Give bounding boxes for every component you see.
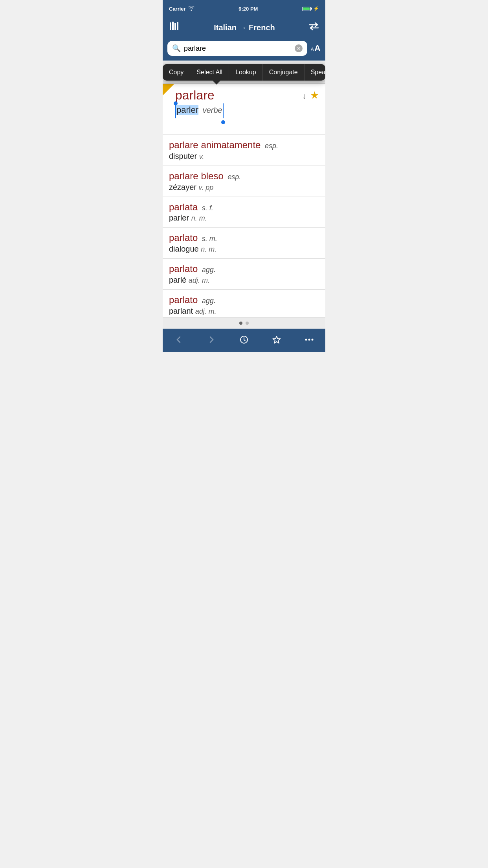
selected-word-parler: parler [175, 105, 198, 115]
page-dot-2[interactable] [246, 322, 249, 325]
svg-rect-1 [172, 22, 174, 30]
trans-type-6: adj. m. [195, 307, 216, 315]
handle-bottom [221, 120, 225, 124]
gold-corner-star [163, 84, 174, 96]
svg-rect-3 [177, 22, 178, 30]
word-parlata: parlata [169, 202, 198, 212]
context-menu-inner: Copy Select All Lookup Conjugate Speak [163, 64, 325, 81]
entry-word-line-4: parlato s. m. [169, 232, 319, 244]
entry-parlata[interactable]: parlata s. f. parler n. m. [163, 197, 325, 228]
translation-parlant: parlant adj. m. [169, 307, 319, 316]
svg-point-6 [305, 338, 307, 340]
font-small-label: A [310, 46, 314, 52]
type-sf: s. f. [202, 204, 213, 212]
trans-type-5: adj. m. [189, 276, 210, 284]
entry-parlare-head: parlare ↓ ★ [169, 88, 319, 103]
trans-type-4: n. m. [201, 245, 216, 253]
translation-parler: parler n. m. [169, 213, 319, 223]
entry-word-line-6: parlato agg. [169, 294, 319, 306]
trans-word-3: parler [169, 213, 189, 222]
svg-point-8 [311, 338, 313, 340]
nav-favorites-button[interactable] [267, 333, 286, 347]
svg-point-7 [308, 338, 310, 340]
nav-history-button[interactable] [234, 333, 254, 347]
wifi-icon [188, 6, 194, 12]
app-logo-icon[interactable] [169, 21, 180, 35]
nav-forward-button[interactable] [202, 333, 221, 347]
entry-word-line-3: parlata s. f. [169, 202, 319, 213]
context-menu-copy[interactable]: Copy [163, 64, 190, 81]
nav-more-button[interactable] [299, 333, 319, 347]
search-input[interactable] [184, 44, 292, 53]
entry-parlare-animatamente[interactable]: parlare animatamente esp. disputer v. [163, 135, 325, 166]
type-sm-1: s. m. [202, 235, 217, 243]
search-bar: 🔍 ✕ A A [163, 38, 325, 61]
word-parlare-bleso: parlare bleso [169, 171, 224, 181]
trans-word-5: parlé [169, 276, 186, 284]
font-size-button[interactable]: A A [310, 43, 321, 53]
nav-bar: Italian → French [163, 17, 325, 38]
type-agg-2: agg. [202, 297, 216, 305]
nav-back-button[interactable] [169, 333, 189, 347]
svg-rect-2 [174, 23, 176, 30]
page-indicator [163, 318, 325, 329]
trans-word-4: dialogue [169, 245, 199, 253]
entry-translation-area: parler verbe [175, 105, 222, 115]
trans-type-2: v. pp [199, 184, 214, 191]
entry-word-parlare: parlare [175, 88, 215, 103]
svg-marker-5 [273, 336, 280, 343]
context-menu-lookup[interactable]: Lookup [229, 64, 263, 81]
status-left: Carrier [169, 6, 194, 12]
time-label: 9:20 PM [238, 6, 258, 12]
type-agg-1: agg. [202, 266, 216, 274]
entry-word-line-2: parlare bleso esp. [169, 171, 319, 182]
page-dot-1[interactable] [239, 322, 242, 325]
cursor-right [223, 103, 224, 118]
word-parlato-3: parlato [169, 294, 198, 305]
trans-word-1: disputer [169, 152, 197, 160]
search-input-wrap[interactable]: 🔍 ✕ [167, 41, 307, 56]
status-right: ⚡ [302, 6, 319, 11]
translation-disputer: disputer v. [169, 152, 319, 161]
swap-icon[interactable] [309, 22, 319, 33]
favorite-star-icon[interactable]: ★ [310, 89, 319, 101]
font-large-label: A [314, 43, 321, 53]
trans-word-6: parlant [169, 307, 193, 315]
cursor-left [175, 103, 176, 118]
status-bar: Carrier 9:20 PM ⚡ [163, 0, 325, 17]
context-menu-conjugate[interactable]: Conjugate [263, 64, 305, 81]
trans-type-3: n. m. [191, 214, 207, 222]
entries-list: Copy Select All Lookup Conjugate Speak p… [163, 84, 325, 318]
download-icon[interactable]: ↓ [302, 92, 306, 101]
entry-word-line-5: parlato agg. [169, 263, 319, 275]
entry-word-line: parlare animatamente esp. [169, 140, 319, 151]
entry-parlato-2[interactable]: parlato agg. parlé adj. m. [163, 259, 325, 290]
context-menu-select-all[interactable]: Select All [190, 64, 229, 81]
entry-parlato-3[interactable]: parlato agg. parlant adj. m. [163, 290, 325, 318]
type-esp-2: esp. [227, 173, 241, 181]
translation-zezayer: zézayer v. pp [169, 183, 319, 192]
clear-button[interactable]: ✕ [295, 44, 303, 52]
translation-dialogue: dialogue n. m. [169, 245, 319, 254]
entry-parlare-bleso[interactable]: parlare bleso esp. zézayer v. pp [163, 166, 325, 197]
context-menu-speak[interactable]: Speak [305, 64, 325, 81]
entry-parlato-1[interactable]: parlato s. m. dialogue n. m. [163, 228, 325, 259]
svg-rect-0 [170, 22, 171, 30]
trans-type-1: v. [199, 153, 204, 160]
page-title: Italian → French [214, 23, 275, 32]
battery-icon [302, 7, 311, 11]
context-menu: Copy Select All Lookup Conjugate Speak [163, 64, 325, 81]
word-parlato-2: parlato [169, 263, 198, 274]
word-parlare-animatamente: parlare animatamente [169, 140, 261, 150]
trans-word-2: zézayer [169, 183, 196, 191]
word-parlato-1: parlato [169, 232, 198, 243]
carrier-label: Carrier [169, 6, 186, 12]
entry-type-verbe: verbe [203, 106, 222, 114]
handle-top [174, 101, 178, 105]
type-esp-1: esp. [265, 142, 278, 150]
translation-parle: parlé adj. m. [169, 276, 319, 285]
bottom-nav [163, 329, 325, 352]
charging-icon: ⚡ [313, 6, 319, 11]
search-icon: 🔍 [172, 44, 181, 53]
entry-parlare-main[interactable]: Copy Select All Lookup Conjugate Speak p… [163, 84, 325, 135]
